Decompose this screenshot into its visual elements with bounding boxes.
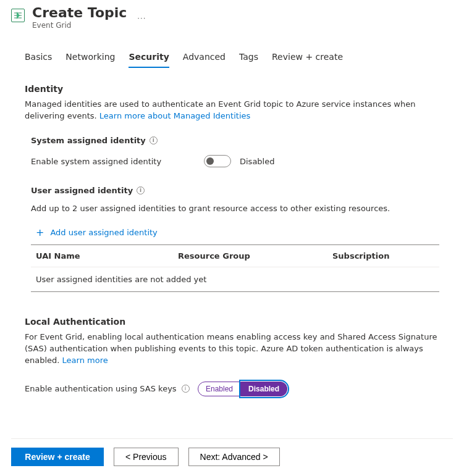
identity-description: Managed identities are used to authentic… <box>25 99 439 122</box>
page-title: Create Topic <box>32 5 127 21</box>
local-auth-description: For Event Grid, enabling local authentic… <box>25 332 439 367</box>
user-identity-helper: Add up to 2 user assigned identities to … <box>31 204 439 213</box>
sas-enabled-option[interactable]: Enabled <box>198 382 241 396</box>
table-header-subscription: Subscription <box>327 245 439 267</box>
tab-tags[interactable]: Tags <box>239 48 258 68</box>
system-identity-label: Enable system assigned identity <box>31 157 204 166</box>
system-identity-state: Disabled <box>240 157 274 166</box>
review-create-button[interactable]: Review + create <box>11 448 104 466</box>
sas-auth-label: Enable authentication using SAS keys <box>25 384 177 393</box>
service-name: Event Grid <box>32 21 127 30</box>
table-header-resource-group: Resource Group <box>173 245 327 267</box>
info-icon[interactable]: i <box>182 385 190 393</box>
tab-basics[interactable]: Basics <box>25 48 52 68</box>
system-identity-heading: System assigned identity i <box>31 136 439 145</box>
user-identity-table: UAI Name Resource Group Subscription Use… <box>31 244 439 292</box>
tab-bar: BasicsNetworkingSecurityAdvancedTagsRevi… <box>0 48 464 68</box>
tab-security[interactable]: Security <box>129 48 169 68</box>
identity-heading: Identity <box>25 84 439 94</box>
next-button[interactable]: Next: Advanced > <box>188 448 280 466</box>
user-identity-heading: User assigned identity i <box>31 186 439 195</box>
sas-auth-segmented: Enabled Disabled <box>198 382 287 396</box>
add-user-identity-button[interactable]: + Add user assigned identity <box>36 223 439 242</box>
event-grid-logo-icon <box>11 9 25 22</box>
tab-networking[interactable]: Networking <box>65 48 115 68</box>
system-identity-toggle[interactable] <box>204 155 231 167</box>
more-actions-button[interactable]: ··· <box>134 10 149 25</box>
sas-disabled-option[interactable]: Disabled <box>241 382 287 396</box>
local-auth-learn-more-link[interactable]: Learn more <box>62 356 108 365</box>
tab-review-create[interactable]: Review + create <box>272 48 343 68</box>
wizard-footer: Review + create < Previous Next: Advance… <box>11 438 453 466</box>
identity-learn-more-link[interactable]: Learn more about Managed Identities <box>99 111 250 120</box>
table-empty-message: User assigned identities are not added y… <box>31 267 439 291</box>
table-header-uai-name: UAI Name <box>31 245 173 267</box>
info-icon[interactable]: i <box>137 186 145 194</box>
info-icon[interactable]: i <box>150 136 158 144</box>
local-auth-heading: Local Authentication <box>25 317 439 327</box>
tab-advanced[interactable]: Advanced <box>183 48 226 68</box>
plus-icon: + <box>36 227 44 238</box>
previous-button[interactable]: < Previous <box>114 448 179 466</box>
